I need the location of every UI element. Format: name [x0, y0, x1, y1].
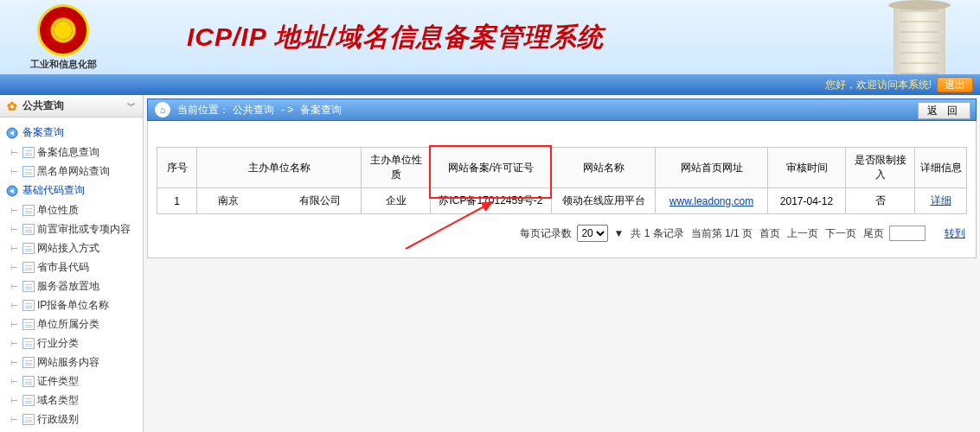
redacted-block	[239, 195, 299, 207]
per-page-select[interactable]: 20	[577, 225, 608, 242]
sidebar-item[interactable]: ⊢黑名单网站查询	[3, 162, 138, 181]
results-table: 序号 主办单位名称 主办单位性质 网站备案/许可证号 网站名称 网站首页网址 审…	[157, 147, 967, 214]
cell-license: 苏ICP备17012459号-2	[431, 188, 552, 214]
page-icon	[22, 166, 35, 177]
sidebar-item[interactable]: ⊢证件类型	[3, 372, 138, 391]
pager-position: 当前第 1/1 页	[691, 226, 753, 241]
tree-branch-icon: ⊢	[10, 148, 22, 157]
pager-goto-link[interactable]: 转到	[945, 226, 965, 241]
breadcrumb-item[interactable]: 备案查询	[300, 103, 342, 118]
tree-branch-icon: ⊢	[10, 301, 22, 310]
tree-branch-icon: ⊢	[10, 377, 22, 386]
sidebar-item-label: 单位所属分类	[37, 317, 99, 332]
sidebar: ✿ 公共查询 ︾ 备案查询 ⊢备案信息查询⊢黑名单网站查询 基础代码查询 ⊢单位…	[0, 95, 144, 432]
sidebar-item[interactable]: ⊢网站服务内容	[3, 353, 138, 372]
sidebar-item-label: 证件类型	[37, 374, 79, 389]
back-button[interactable]: 返 回	[918, 102, 970, 119]
breadcrumb-sep: - >	[281, 104, 293, 116]
sidebar-item-label: IP报备单位名称	[37, 298, 109, 313]
tree-branch-icon: ⊢	[10, 415, 22, 424]
th-date: 审核时间	[768, 148, 846, 188]
tree-branch-icon: ⊢	[10, 167, 22, 176]
pager-first[interactable]: 首页	[759, 226, 780, 241]
site-url-link[interactable]: www.leadong.com	[669, 195, 753, 207]
sidebar-item[interactable]: ⊢语种查询	[3, 429, 138, 432]
page-icon	[22, 281, 35, 292]
sidebar-item[interactable]: ⊢备案信息查询	[3, 143, 138, 162]
site-title: ICP/IP 地址/域名信息备案管理系统	[187, 20, 604, 55]
tree-branch-icon: ⊢	[10, 396, 22, 405]
chevron-down-icon: ︾	[127, 100, 136, 112]
th-sponsor: 主办单位名称	[197, 148, 362, 188]
sidebar-item[interactable]: ⊢行业分类	[3, 334, 138, 353]
th-sitename: 网站名称	[552, 148, 656, 188]
emblem-icon	[37, 4, 89, 56]
sidebar-item-label: 行业分类	[37, 336, 79, 351]
sidebar-item[interactable]: ⊢服务器放置地	[3, 276, 138, 295]
page-icon	[22, 338, 35, 349]
pager-prev[interactable]: 上一页	[787, 226, 818, 241]
breadcrumb-item[interactable]: 公共查询	[233, 103, 274, 118]
sidebar-item-label: 行政级别	[37, 412, 79, 427]
sidebar-item-label: 单位性质	[37, 203, 79, 218]
sidebar-item-label: 省市县代码	[37, 260, 89, 275]
home-icon[interactable]: ⌂	[155, 102, 170, 118]
th-restrict: 是否限制接入	[846, 148, 915, 188]
th-index: 序号	[157, 148, 197, 188]
cell-index: 1	[157, 188, 197, 214]
folder-icon	[5, 184, 19, 198]
results-panel: 序号 主办单位名称 主办单位性质 网站备案/许可证号 网站名称 网站首页网址 审…	[147, 121, 977, 258]
pager-total: 共 1 条记录	[631, 226, 683, 241]
tree-branch-icon: ⊢	[10, 320, 22, 329]
pagination-bar: 每页记录数 20 ▼ 共 1 条记录 当前第 1/1 页 首页 上一页 下一页 …	[157, 223, 967, 244]
sidebar-item[interactable]: ⊢单位所属分类	[3, 314, 138, 334]
sidebar-item-label: 备案信息查询	[37, 145, 99, 160]
exit-button[interactable]: 退出	[937, 77, 973, 92]
sidebar-item-label: 服务器放置地	[37, 279, 99, 294]
page-icon	[22, 414, 35, 425]
sidebar-header[interactable]: ✿ 公共查询 ︾	[0, 95, 143, 118]
tree-branch-icon: ⊢	[10, 206, 22, 215]
sidebar-item[interactable]: ⊢IP报备单位名称	[3, 295, 138, 314]
th-nature: 主办单位性质	[362, 148, 431, 188]
sidebar-cat-record-query[interactable]: 备案查询	[3, 123, 138, 143]
th-url: 网站首页网址	[656, 148, 768, 188]
breadcrumb-label: 当前位置：	[177, 103, 229, 118]
sidebar-item[interactable]: ⊢行政级别	[3, 410, 138, 429]
cell-date: 2017-04-12	[768, 188, 846, 214]
per-page-label: 每页记录数	[520, 226, 572, 241]
page-icon	[22, 205, 35, 216]
folder-icon	[5, 126, 19, 140]
sidebar-item-label: 网站服务内容	[37, 355, 99, 370]
pager-next[interactable]: 下一页	[825, 226, 856, 241]
tree-branch-icon: ⊢	[10, 282, 22, 291]
sponsor-suffix: 有限公司	[299, 194, 341, 206]
cell-sponsor: 南京有限公司	[197, 188, 362, 214]
app-header: 工业和信息化部 ICP/IP 地址/域名信息备案管理系统	[0, 0, 980, 74]
sidebar-item-label: 黑名单网站查询	[37, 164, 110, 179]
page-icon	[22, 319, 35, 330]
sidebar-cat-label: 备案查询	[22, 125, 64, 140]
cell-detail: 详细	[915, 188, 967, 214]
th-detail: 详细信息	[915, 148, 967, 188]
sidebar-item-label: 前置审批或专项内容	[37, 222, 131, 237]
page-icon	[22, 147, 35, 158]
sidebar-tree: 备案查询 ⊢备案信息查询⊢黑名单网站查询 基础代码查询 ⊢单位性质⊢前置审批或专…	[0, 118, 143, 432]
detail-link[interactable]: 详细	[931, 194, 951, 206]
sidebar-item[interactable]: ⊢单位性质	[3, 200, 138, 219]
sidebar-item[interactable]: ⊢省市县代码	[3, 257, 138, 276]
pager-last[interactable]: 尾页	[863, 226, 884, 241]
sidebar-item[interactable]: ⊢前置审批或专项内容	[3, 219, 138, 238]
table-row: 1 南京有限公司 企业 苏ICP备17012459号-2 领动在线应用平台 ww…	[157, 188, 967, 214]
sidebar-cat-label: 基础代码查询	[22, 183, 85, 198]
gear-icon: ✿	[7, 99, 17, 113]
cell-sitename: 领动在线应用平台	[552, 188, 656, 214]
sidebar-item-label: 域名类型	[37, 393, 79, 408]
sidebar-item[interactable]: ⊢域名类型	[3, 391, 138, 410]
pager-goto-input[interactable]	[889, 226, 926, 241]
tree-branch-icon: ⊢	[10, 339, 22, 348]
sidebar-item[interactable]: ⊢网站接入方式	[3, 238, 138, 257]
sidebar-cat-code-query[interactable]: 基础代码查询	[3, 181, 138, 200]
page-icon	[22, 262, 35, 273]
page-icon	[22, 395, 35, 406]
